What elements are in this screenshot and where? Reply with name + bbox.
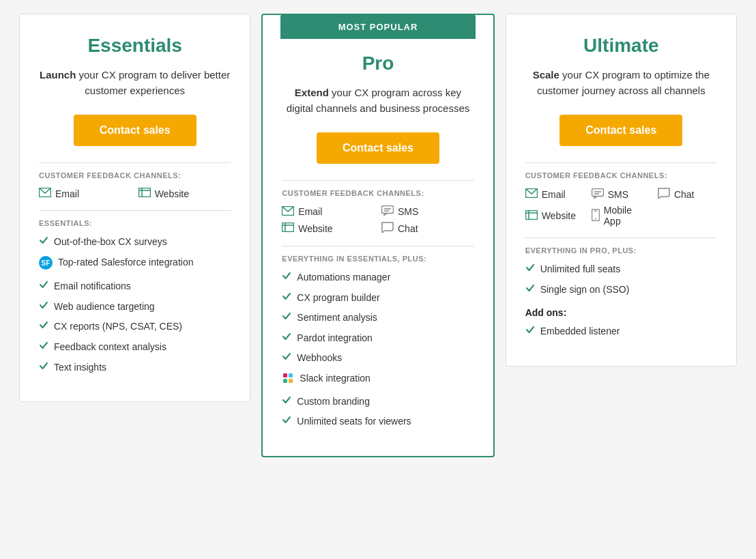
- feature-item: Automations manager: [282, 271, 474, 285]
- channel-name: Mobile App: [604, 205, 651, 227]
- feature-text: Unlimited seats for viewers: [297, 415, 411, 429]
- svg-rect-16: [289, 379, 293, 383]
- channel-name: Website: [298, 223, 332, 234]
- email-icon: [525, 188, 538, 200]
- pricing-container: EssentialsLaunch your CX program to deli…: [14, 14, 742, 457]
- channel-name: Email: [542, 189, 566, 200]
- channel-item-chat: Chat: [658, 188, 717, 201]
- feature-text: CX program builder: [297, 291, 379, 305]
- check-icon: [282, 415, 291, 429]
- feature-item: Email notifications: [39, 280, 231, 293]
- svg-rect-13: [283, 373, 287, 377]
- sms-icon: [592, 188, 604, 201]
- features-list-ultimate: Unlimited full seats Single sign on (SSO…: [525, 263, 717, 296]
- plan-description-essentials: Launch your CX program to deliver better…: [39, 68, 231, 98]
- svg-rect-21: [525, 210, 537, 219]
- feature-text: Text insights: [54, 361, 106, 375]
- svg-point-26: [595, 218, 596, 219]
- svg-rect-18: [592, 188, 603, 196]
- divider2: [39, 210, 231, 211]
- feature-text: Custom branding: [297, 395, 370, 409]
- channels-grid-pro: Email SMS Website Chat: [282, 205, 474, 235]
- check-icon: [282, 291, 291, 305]
- plan-title-essentials: Essentials: [39, 35, 231, 57]
- contact-sales-button-essentials[interactable]: Contact sales: [74, 115, 197, 146]
- plan-description-pro: Extend your CX program across key digita…: [282, 85, 474, 116]
- feature-item: Unlimited full seats: [525, 263, 717, 276]
- chat-icon: [658, 188, 670, 201]
- channels-label-ultimate: CUSTOMER FEEDBACK CHANNELS:: [525, 171, 717, 180]
- feature-item: Out-of-the-box CX surveys: [39, 235, 231, 249]
- feature-text: Feedback context analysis: [54, 341, 166, 354]
- features-label-essentials: ESSENTIALS:: [39, 219, 231, 227]
- feature-item: CX program builder: [282, 291, 474, 305]
- features-list-essentials: Out-of-the-box CX surveys SF Top-rated S…: [39, 235, 231, 374]
- check-icon: [39, 235, 48, 249]
- plan-description-ultimate: Scale your CX program to optimize the cu…: [525, 68, 717, 98]
- channel-item-website: Website: [139, 188, 231, 199]
- feature-item: Sentiment analysis: [282, 311, 474, 325]
- divider: [282, 180, 474, 181]
- plan-card-essentials: EssentialsLaunch your CX program to deli…: [19, 14, 250, 402]
- feature-item: Single sign on (SSO): [525, 283, 717, 297]
- channel-item-email: Email: [39, 188, 132, 199]
- contact-sales-button-ultimate[interactable]: Contact sales: [559, 115, 682, 146]
- feature-item: CX reports (NPS, CSAT, CES): [39, 320, 231, 334]
- mobileapp-icon: [592, 209, 600, 223]
- plan-card-ultimate: UltimateScale your CX program to optimiz…: [506, 14, 737, 367]
- divider: [525, 162, 717, 163]
- plan-card-pro: MOST POPULARProExtend your CX program ac…: [261, 14, 494, 457]
- channel-name: SMS: [608, 189, 628, 200]
- check-icon: [282, 352, 291, 365]
- contact-sales-button-pro[interactable]: Contact sales: [317, 132, 439, 164]
- divider2: [525, 238, 717, 238]
- website-icon: [525, 210, 538, 222]
- sms-icon: [381, 205, 394, 218]
- channel-item-mobile-app: Mobile App: [592, 205, 651, 227]
- feature-text: Sentiment analysis: [297, 311, 377, 325]
- feature-item: Web audience targeting: [39, 300, 231, 314]
- channel-item-website: Website: [282, 222, 375, 235]
- divider: [39, 162, 231, 163]
- feature-item: Pardot integration: [282, 332, 474, 345]
- feature-text: Email notifications: [54, 280, 131, 293]
- check-icon: [525, 283, 535, 297]
- check-icon: [39, 280, 48, 293]
- feature-item: Slack integration: [282, 372, 474, 388]
- channel-name: Website: [155, 188, 189, 199]
- svg-rect-1: [139, 188, 150, 197]
- channel-name: Email: [298, 206, 322, 217]
- feature-item: Unlimited seats for viewers: [282, 415, 474, 429]
- channel-item-email: Email: [282, 205, 375, 218]
- feature-item: Feedback context analysis: [39, 341, 231, 354]
- feature-item: Custom branding: [282, 395, 474, 409]
- channel-name: Email: [55, 188, 79, 199]
- check-icon: [282, 311, 291, 325]
- channels-label-pro: CUSTOMER FEEDBACK CHANNELS:: [282, 189, 474, 197]
- feature-text: Webhooks: [297, 352, 342, 365]
- chat-icon: [381, 222, 394, 235]
- popular-banner: MOST POPULAR: [280, 15, 475, 39]
- addons-label-ultimate: Add ons:: [525, 307, 717, 318]
- svg-rect-10: [282, 223, 294, 232]
- features-list-pro: Automations manager CX program builder S…: [282, 271, 474, 429]
- channel-name: Website: [542, 210, 576, 221]
- addon-text: Embedded listener: [540, 325, 620, 339]
- channel-item-sms: SMS: [381, 205, 474, 218]
- plan-title-pro: Pro: [282, 53, 474, 74]
- check-icon: [282, 271, 291, 285]
- channel-item-chat: Chat: [381, 222, 474, 235]
- addon-item: Embedded listener: [525, 325, 717, 339]
- check-icon: [39, 361, 48, 375]
- addons-list-ultimate: Embedded listener: [525, 325, 717, 339]
- feature-text: Unlimited full seats: [540, 263, 621, 276]
- check-icon: [282, 395, 291, 409]
- website-icon: [282, 223, 294, 234]
- check-icon: [39, 300, 48, 314]
- channels-grid-ultimate: Email SMS Chat Website Mobile App: [525, 188, 717, 227]
- check-icon: [525, 325, 535, 339]
- plan-title-ultimate: Ultimate: [525, 35, 717, 57]
- svg-text:SF: SF: [42, 259, 50, 267]
- features-label-pro: EVERYTHING IN ESSENTIALS, PLUS:: [282, 255, 474, 263]
- website-icon: [139, 188, 151, 199]
